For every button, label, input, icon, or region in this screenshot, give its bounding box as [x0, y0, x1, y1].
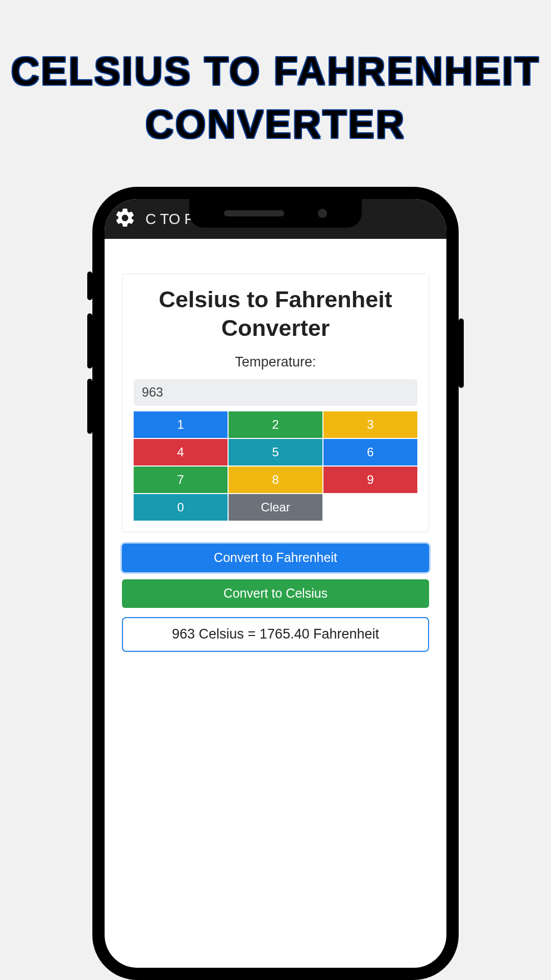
keypad-1[interactable]: 1	[134, 411, 228, 438]
phone-side-button	[87, 379, 92, 434]
page-headline: CELSIUS TO FAHRENHEIT CONVERTER	[0, 0, 551, 151]
keypad-9[interactable]: 9	[323, 467, 417, 493]
phone-side-button	[87, 313, 92, 369]
phone-speaker	[224, 210, 284, 216]
result-text: 963 Celsius = 1765.40 Fahrenheit	[172, 626, 379, 642]
phone-side-button	[459, 318, 464, 388]
keypad-0[interactable]: 0	[134, 494, 228, 521]
headline-line-2: CONVERTER	[145, 102, 406, 146]
action-buttons: Convert to Fahrenheit Convert to Celsius	[122, 544, 429, 608]
converter-card: Celsius to Fahrenheit Converter Temperat…	[122, 274, 429, 532]
keypad-3[interactable]: 3	[323, 411, 417, 438]
card-title: Celsius to Fahrenheit Converter	[134, 285, 417, 343]
convert-to-fahrenheit-button[interactable]: Convert to Fahrenheit	[122, 544, 429, 572]
keypad-clear[interactable]: Clear	[229, 494, 322, 521]
result-box: 963 Celsius = 1765.40 Fahrenheit	[122, 617, 429, 652]
keypad-2[interactable]: 2	[229, 411, 322, 438]
headline-line-1: CELSIUS TO FAHRENHEIT	[11, 49, 540, 93]
keypad-7[interactable]: 7	[134, 467, 228, 493]
settings-button[interactable]	[113, 207, 137, 231]
keypad-4[interactable]: 4	[134, 439, 228, 465]
phone-side-button	[87, 272, 92, 300]
phone-notch	[189, 199, 362, 228]
phone-frame: C TO F Converter Celsius to Fahrenheit C…	[92, 187, 459, 980]
main-content: Celsius to Fahrenheit Converter Temperat…	[105, 239, 446, 652]
convert-to-celsius-button[interactable]: Convert to Celsius	[122, 579, 429, 608]
phone-camera	[318, 209, 327, 218]
phone-screen: C TO F Converter Celsius to Fahrenheit C…	[105, 199, 446, 968]
gear-icon	[114, 207, 136, 231]
keypad-6[interactable]: 6	[323, 439, 417, 465]
keypad: 1234567890Clear	[134, 411, 417, 521]
temperature-label: Temperature:	[134, 354, 417, 370]
temperature-input[interactable]	[134, 379, 417, 406]
keypad-5[interactable]: 5	[229, 439, 322, 465]
keypad-8[interactable]: 8	[229, 467, 322, 493]
